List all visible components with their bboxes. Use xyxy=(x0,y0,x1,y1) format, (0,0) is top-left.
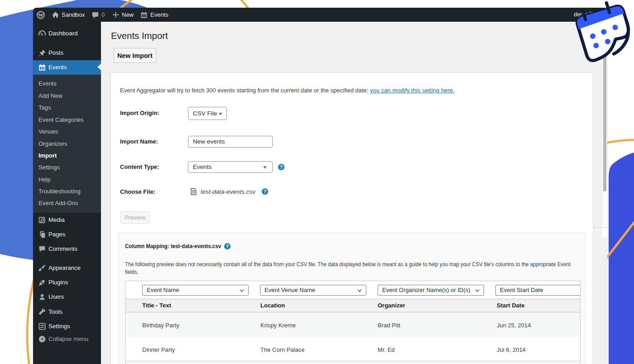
svg-text:W: W xyxy=(38,12,43,18)
